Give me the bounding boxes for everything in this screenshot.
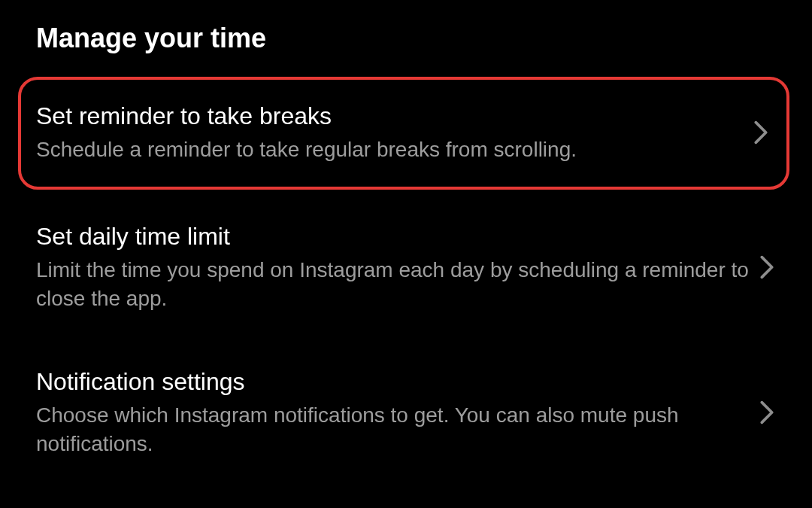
item-set-reminder[interactable]: Set reminder to take breaks Schedule a r… (18, 77, 789, 190)
chevron-right-icon (758, 398, 776, 427)
section-header: Manage your time (36, 23, 776, 54)
item-description: Limit the time you spend on Instagram ea… (36, 256, 749, 313)
item-description: Choose which Instagram notifications to … (36, 401, 749, 458)
item-description: Schedule a reminder to take regular brea… (36, 135, 743, 164)
item-daily-time-limit[interactable]: Set daily time limit Limit the time you … (36, 200, 776, 336)
item-title: Set reminder to take breaks (36, 101, 743, 131)
chevron-right-icon (752, 118, 770, 147)
item-title: Set daily time limit (36, 221, 749, 251)
item-notification-settings[interactable]: Notification settings Choose which Insta… (36, 345, 776, 481)
chevron-right-icon (758, 253, 776, 281)
item-title: Notification settings (36, 367, 749, 397)
